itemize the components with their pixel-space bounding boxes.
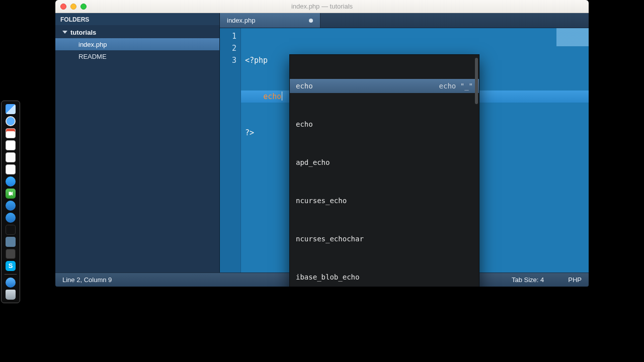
code-area[interactable]: 1 2 3 <?php echo ?> echo echo "_" xyxy=(220,28,589,273)
sidebar: FOLDERS tutorials index.php README xyxy=(55,13,220,273)
titlebar[interactable]: index.php — tutorials xyxy=(55,0,589,13)
autocomplete-label: ncurses_echochar xyxy=(296,233,364,245)
autocomplete-item[interactable]: ibase_blob_echo xyxy=(290,270,479,284)
autocomplete-label: ibase_blob_echo xyxy=(296,271,359,283)
textedit-icon[interactable] xyxy=(6,140,16,150)
finder-icon[interactable] xyxy=(6,104,16,114)
window-title: index.php — tutorials xyxy=(55,3,589,10)
notes-icon[interactable] xyxy=(6,152,16,162)
autocomplete-label: apd_echo xyxy=(296,156,330,168)
status-tab-size[interactable]: Tab Size: 4 xyxy=(512,276,544,284)
line-number: 1 xyxy=(220,30,236,42)
macos-dock: S xyxy=(1,101,20,303)
chevron-down-icon xyxy=(62,31,67,34)
file-label: index.php xyxy=(78,41,107,48)
launchpad-icon[interactable] xyxy=(6,213,16,223)
settings-icon[interactable] xyxy=(6,237,16,247)
autocomplete-scrollbar[interactable] xyxy=(475,58,478,104)
autocomplete-hint: echo "_" xyxy=(439,80,473,92)
status-syntax[interactable]: PHP xyxy=(568,276,582,284)
editor-window: index.php — tutorials FOLDERS tutorials … xyxy=(55,0,589,287)
trash-icon[interactable] xyxy=(6,290,16,300)
zoom-icon[interactable] xyxy=(80,4,87,10)
tab-index-php[interactable]: index.php xyxy=(220,13,320,28)
autocomplete-item[interactable]: apd_echo xyxy=(290,155,479,169)
dirty-indicator-icon xyxy=(309,19,313,23)
code-content[interactable]: <?php echo ?> echo echo "_" echo xyxy=(241,28,589,273)
tree-file-readme[interactable]: README xyxy=(55,50,219,62)
safari-icon[interactable] xyxy=(6,116,16,126)
tab-label: index.php xyxy=(227,17,255,24)
folder-label: tutorials xyxy=(70,29,96,36)
appstore-icon[interactable] xyxy=(6,201,16,211)
line-gutter: 1 2 3 xyxy=(220,28,241,273)
autocomplete-item[interactable]: echo xyxy=(290,117,479,131)
autocomplete-label: echo xyxy=(296,80,313,92)
minimap[interactable] xyxy=(556,28,589,58)
facetime-icon[interactable] xyxy=(6,189,16,199)
pages-icon[interactable] xyxy=(6,164,16,174)
sidebar-header: FOLDERS xyxy=(55,13,219,25)
autocomplete-item[interactable]: echo echo "_" xyxy=(290,79,479,93)
dock-separator xyxy=(5,274,17,275)
terminal-icon[interactable] xyxy=(6,225,16,235)
status-position[interactable]: Line 2, Column 9 xyxy=(62,276,112,284)
editor-pane: index.php 1 2 3 <?php echo ?> xyxy=(220,13,589,273)
autocomplete-popup: echo echo "_" echo apd_echo ncurses_echo xyxy=(289,54,479,287)
tab-bar: index.php xyxy=(220,13,589,28)
code-token: ?> xyxy=(245,128,254,137)
code-token: <?php xyxy=(245,56,268,65)
calendar-icon[interactable] xyxy=(6,128,16,138)
autocomplete-item[interactable]: ncurses_echochar xyxy=(290,232,479,246)
autocomplete-label: ncurses_echo xyxy=(296,195,347,207)
minimize-icon[interactable] xyxy=(70,4,76,10)
traffic-lights xyxy=(60,4,87,10)
text-caret-icon xyxy=(282,92,282,101)
sublime-icon[interactable] xyxy=(6,249,16,259)
folder-tree: tutorials index.php README xyxy=(55,25,219,63)
autocomplete-item[interactable]: ncurses_echo xyxy=(290,194,479,208)
code-token: echo xyxy=(263,92,281,101)
autocomplete-label: echo xyxy=(296,118,313,130)
skype-icon[interactable]: S xyxy=(6,261,16,271)
close-icon[interactable] xyxy=(60,4,66,10)
line-number: 2 xyxy=(220,42,236,54)
messages-icon[interactable] xyxy=(6,176,16,187)
file-label: README xyxy=(78,53,107,60)
downloads-icon[interactable] xyxy=(6,278,16,288)
tree-folder-tutorials[interactable]: tutorials xyxy=(55,26,219,38)
tree-file-index-php[interactable]: index.php xyxy=(55,38,219,50)
line-number: 3 xyxy=(220,54,236,66)
